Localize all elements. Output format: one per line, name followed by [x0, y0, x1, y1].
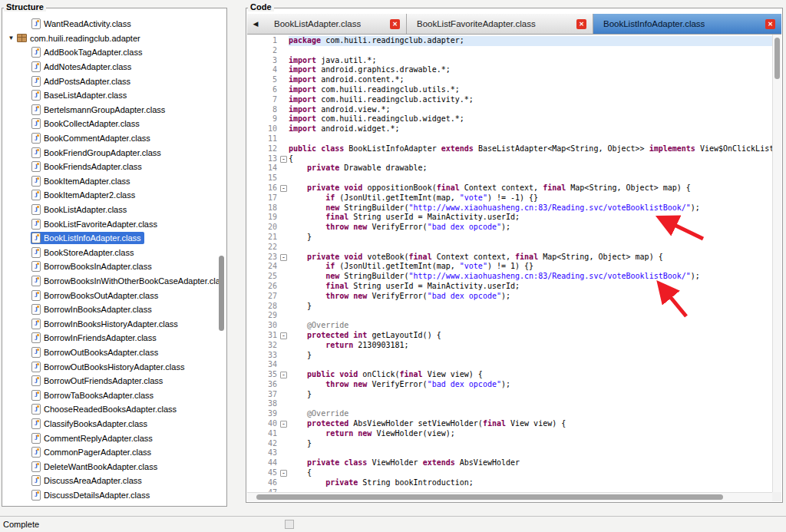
fold-spacer: [279, 380, 289, 390]
tree-item[interactable]: JBookListFavoriteAdapter.class: [3, 216, 219, 231]
tab-close-icon[interactable]: ✕: [576, 19, 586, 29]
fold-spacer: [279, 95, 289, 105]
status-bar: Complete: [0, 516, 786, 532]
tree-item[interactable]: JBookListInfoAdapter.class: [3, 231, 219, 246]
line-number: 17: [247, 193, 279, 203]
tree-item[interactable]: JAddNotesAdapter.class: [3, 60, 219, 74]
tree-item-label: BertelsmannGroupAdapter.class: [44, 105, 165, 114]
tree-item[interactable]: JCommonPagerAdapter.class: [3, 445, 219, 460]
code-horizontal-scrollbar[interactable]: [247, 492, 772, 501]
tree-item[interactable]: JCommentReplyAdapter.class: [3, 431, 219, 445]
tree-item[interactable]: JBorrowOutBooksHistoryAdapter.class: [3, 359, 219, 374]
fold-marker-icon[interactable]: -: [279, 468, 289, 478]
tree-item-label: AddPostsAdapter.class: [44, 77, 130, 86]
line-number: 22: [247, 243, 279, 253]
expander-icon[interactable]: ▼: [6, 35, 16, 41]
tab-BookListAdapter.class[interactable]: BookListAdapter.class✕: [264, 14, 407, 34]
tree-item-label: DiscussDetailsAdapter.class: [44, 491, 150, 500]
code-horizontal-scrollbar-thumb[interactable]: [256, 494, 723, 500]
fold-spacer: [279, 448, 289, 458]
tab-BookListFavoriteAdapter.class[interactable]: BookListFavoriteAdapter.class✕: [407, 14, 593, 34]
tab-BookListInfoAdapter.class[interactable]: BookListInfoAdapter.class✕: [593, 14, 781, 34]
line-number: 11: [247, 134, 279, 144]
class-file-icon: J: [31, 104, 41, 115]
tree-item[interactable]: JChooseReadedBooksAdapter.class: [3, 402, 219, 417]
line-number: 9: [247, 114, 279, 124]
tree-item[interactable]: JBookItemAdapter.class: [3, 174, 219, 189]
line-number: 24: [247, 262, 279, 272]
code-line: 44 private class ViewHolder extends AbsV…: [247, 458, 772, 468]
tree-item[interactable]: JBorrowInBooksHistoryAdapter.class: [3, 316, 219, 331]
code-line: 5import android.content.*;: [247, 75, 772, 85]
fold-marker-icon[interactable]: -: [279, 183, 289, 193]
code-line: 35- public void onClick(final View view)…: [247, 370, 772, 380]
tree-item[interactable]: JBookItemAdapter2.class: [3, 188, 219, 203]
tree-item[interactable]: JBaseListAdapter.class: [3, 88, 219, 103]
tree-item[interactable]: JDiscussDetailsAdapter.class: [3, 488, 219, 503]
code-line: 34: [247, 360, 772, 370]
tree-item[interactable]: JBookListAdapter.class: [3, 203, 219, 217]
tree-item-label: ClassifyBooksAdapter.class: [44, 419, 147, 428]
tree-item[interactable]: JBookCollectAdapter.class: [3, 117, 219, 131]
tree-item[interactable]: JBookStoreAdapter.class: [3, 246, 219, 260]
fold-marker-icon[interactable]: -: [279, 419, 289, 429]
fold-spacer: [279, 75, 289, 85]
tree-item[interactable]: JBorrowTaBooksAdapter.class: [3, 388, 219, 402]
line-number: 6: [247, 85, 279, 95]
code-line: 29: [247, 311, 772, 321]
class-file-icon: J: [31, 319, 41, 329]
fold-spacer: [279, 56, 289, 66]
tab-scroll-left-icon[interactable]: ◀: [247, 14, 264, 34]
tree-item-label: BookListInfoAdapter.class: [44, 233, 141, 243]
tree-item[interactable]: JBookCommentAdapter.class: [3, 131, 219, 146]
tree-item[interactable]: JAddBookTagAdapter.class: [3, 45, 219, 60]
tree-item[interactable]: JDiscussAreaAdapter.class: [3, 474, 219, 488]
class-file-icon: J: [31, 347, 41, 358]
tree-item[interactable]: JBorrowOutBooksAdapter.class: [3, 345, 219, 360]
code-editor[interactable]: 1package com.huili.readingclub.adapter;2…: [247, 35, 772, 492]
fold-spacer: [279, 292, 289, 302]
structure-panel-title: Structure: [4, 2, 46, 12]
tree-item[interactable]: JDeleteWantBookAdapter.class: [3, 459, 219, 474]
tree-item[interactable]: JClassifyBooksAdapter.class: [3, 417, 219, 431]
fold-spacer: [279, 173, 289, 183]
tree-item[interactable]: JBorrowInBooksAdapter.class: [3, 302, 219, 317]
tree-item[interactable]: JWantReadActivity.class: [3, 17, 219, 31]
fold-marker-icon[interactable]: -: [279, 370, 289, 380]
fold-spacer: [279, 36, 289, 46]
tree-item-label: BookListFavoriteAdapter.class: [44, 220, 157, 229]
code-vertical-scrollbar[interactable]: [772, 35, 781, 492]
tree-item[interactable]: JBorrowOutFriendsAdapter.class: [3, 374, 219, 388]
tree-item[interactable]: JBertelsmannGroupAdapter.class: [3, 103, 219, 117]
code-line: 3import java.util.*;: [247, 56, 772, 66]
tab-label: BookListInfoAdapter.class: [603, 19, 705, 28]
class-file-icon: J: [31, 204, 41, 215]
tree-item-label: BookFriendGroupAdapter.class: [44, 148, 161, 157]
tree-item[interactable]: JBookFriendsAdapter.class: [3, 160, 219, 174]
tree-item-label: WantReadActivity.class: [44, 19, 131, 28]
tree-item-package[interactable]: ▼com.huili.readingclub.adapter: [3, 31, 219, 46]
tab-close-icon[interactable]: ✕: [390, 19, 400, 29]
tree-item[interactable]: JAddPostsAdapter.class: [3, 74, 219, 88]
line-number: 33: [247, 351, 279, 361]
line-number: 13: [247, 154, 279, 164]
tab-close-icon[interactable]: ✕: [765, 19, 775, 29]
tree-item[interactable]: JBorrowBooksInAdapter.class: [3, 259, 219, 274]
code-vertical-scrollbar-thumb[interactable]: [774, 38, 780, 79]
tree-item[interactable]: JBorrowBooksInWithOtherBookCaseAdapter.c…: [3, 274, 219, 289]
tree-item[interactable]: JBookFriendGroupAdapter.class: [3, 145, 219, 160]
fold-spacer: [279, 282, 289, 292]
tree-item[interactable]: JBorrowInFriendsAdapter.class: [3, 331, 219, 345]
fold-marker-icon[interactable]: -: [279, 331, 289, 341]
fold-marker-icon[interactable]: -: [279, 154, 289, 164]
line-number: 8: [247, 105, 279, 115]
class-file-icon: J: [31, 461, 41, 472]
tree-item[interactable]: JBorrowBooksOutAdapter.class: [3, 288, 219, 302]
structure-scrollbar-thumb[interactable]: [219, 256, 224, 331]
class-file-icon: J: [31, 475, 41, 486]
fold-marker-icon[interactable]: -: [279, 253, 289, 263]
line-number: 40: [247, 419, 279, 429]
fold-spacer: [279, 390, 289, 400]
class-file-icon: J: [31, 447, 41, 458]
line-number: 2: [247, 46, 279, 56]
